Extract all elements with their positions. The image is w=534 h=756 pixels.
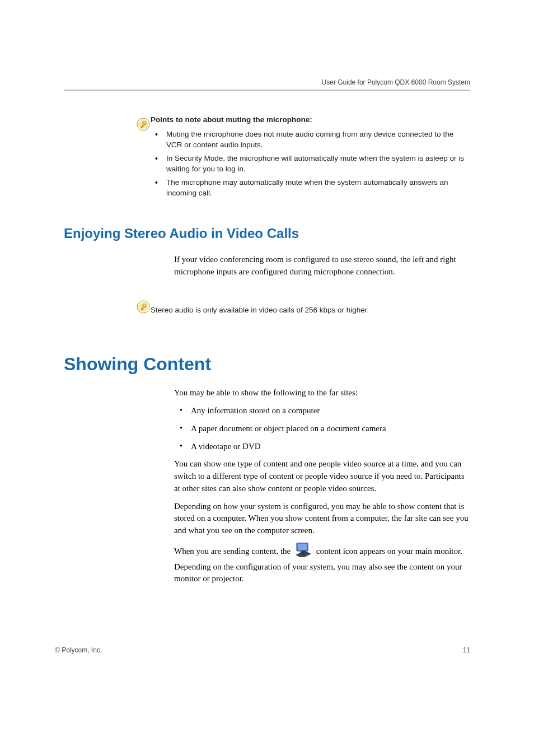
note-list: Muting the microphone does not mute audi… [151,129,465,199]
note-content: Points to note about muting the micropho… [151,114,470,201]
heading-stereo-audio: Enjoying Stereo Audio in Video Calls [64,226,470,241]
pushpin-icon [137,300,150,314]
page-footer: © Polycom, Inc. 11 [55,646,470,654]
header-divider [64,90,470,91]
showing-content-para4: When you are sending content, the conten… [174,543,470,585]
heading-showing-content: Showing Content [64,354,470,375]
content-type-list: Any information stored on a computer A p… [174,405,470,452]
content-type-item: A videotape or DVD [174,441,470,453]
note-list-item: The microphone may automatically mute wh… [151,177,465,199]
svg-point-6 [142,304,147,308]
note-title: Points to note about muting the micropho… [151,114,465,125]
pushpin-icon [137,118,150,131]
note-content: Stereo audio is only available in video … [151,297,470,316]
content-type-item: Any information stored on a computer [174,405,470,417]
note-list-item: Muting the microphone does not mute audi… [151,129,465,151]
svg-rect-9 [298,544,307,550]
content-monitor-icon [294,543,312,561]
showing-content-para3: Depending on how your system is configur… [174,501,470,537]
svg-point-2 [142,121,147,125]
page-header-title: User Guide for Polycom QDX 6000 Room Sys… [64,78,470,86]
note-icon-column [64,297,151,316]
footer-copyright: © Polycom, Inc. [55,646,102,654]
svg-point-7 [144,305,146,306]
note-box-muting: Points to note about muting the micropho… [64,114,470,201]
content-type-item: A paper document or object placed on a d… [174,423,470,435]
note-icon-column [64,114,151,201]
note-list-item: In Security Mode, the microphone will au… [151,153,465,175]
svg-point-3 [144,122,146,123]
showing-content-body: You may be able to show the following to… [174,387,470,585]
note-box-stereo: Stereo audio is only available in video … [64,297,470,316]
footer-page-number: 11 [463,646,470,654]
showing-content-para2: You can show one type of content and one… [174,458,470,494]
showing-content-intro: You may be able to show the following to… [174,387,470,399]
stereo-audio-para: If your video conferencing room is confi… [174,254,470,278]
para4-part-a: When you are sending content, the [174,547,291,556]
stereo-audio-body: If your video conferencing room is confi… [174,254,470,278]
